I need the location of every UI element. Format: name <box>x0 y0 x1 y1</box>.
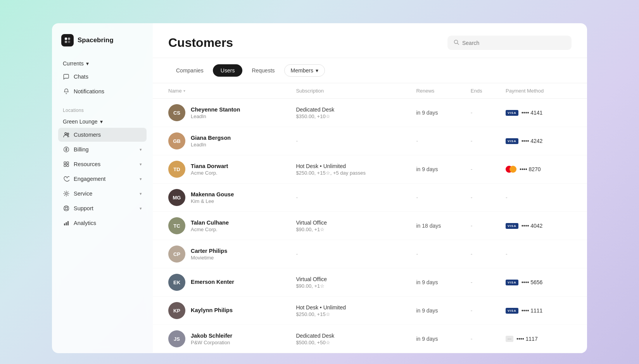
svg-rect-16 <box>67 221 69 225</box>
customer-payment-cell: VISA •••• 5656 <box>499 268 587 297</box>
table-row[interactable]: TD Tiana Dorwart Acme Corp. Hot Desk • U… <box>153 155 587 184</box>
table-row[interactable]: MG Makenna Gouse Kim & Lee - - - - <box>153 184 587 212</box>
customer-payment-cell: - <box>499 184 587 212</box>
table-row[interactable]: CP Carter Philips Movietime - - - - <box>153 240 587 268</box>
sidebar-item-customers[interactable]: Customers <box>58 128 147 142</box>
app-window: Spacebring Currents ▾ Chats <box>52 23 587 353</box>
tab-requests[interactable]: Requests <box>244 64 282 77</box>
customer-payment-cell: VISA •••• 4042 <box>499 212 587 240</box>
currents-chevron-icon: ▾ <box>86 60 89 67</box>
engagement-chevron-icon: ▾ <box>140 177 142 182</box>
col-subscription: Subscription <box>290 83 410 99</box>
table-header-row: Name ▾ Subscription Renews Ends Payment … <box>153 83 587 99</box>
sidebar-item-label: Chats <box>74 74 88 80</box>
table-row[interactable]: EK Emerson Kenter Virtual Office$90.00, … <box>153 268 587 297</box>
search-box[interactable] <box>447 36 572 50</box>
nav-section-label: Locations <box>58 101 147 115</box>
table-row[interactable]: CS Cheyenne Stanton LeadIn Dedicated Des… <box>153 99 587 127</box>
table-row[interactable]: TC Talan Culhane Acme Corp. Virtual Offi… <box>153 212 587 240</box>
main-header: Customers <box>153 23 587 58</box>
customer-subscription-cell: - <box>290 240 410 268</box>
analytics-icon <box>63 220 70 227</box>
currents-label: Currents <box>63 60 84 67</box>
table-row[interactable]: KP Kaylynn Philips Hot Desk • Unlimited$… <box>153 297 587 325</box>
tab-members[interactable]: Members ▾ <box>284 64 325 77</box>
customer-name-cell: MG Makenna Gouse Kim & Lee <box>153 184 290 212</box>
members-chevron-icon: ▾ <box>316 67 318 74</box>
sidebar-item-label: Notifications <box>74 88 104 94</box>
customer-subscription-cell: - <box>290 127 410 155</box>
sidebar-item-analytics[interactable]: Analytics <box>58 216 147 230</box>
customer-name-cell: CP Carter Philips Movietime <box>153 240 290 268</box>
sidebar-item-label: Billing <box>74 146 89 153</box>
sidebar-item-service[interactable]: Service ▾ <box>58 187 147 201</box>
customer-renews-cell: in 9 days <box>410 297 464 325</box>
customer-subscription-cell: - <box>290 184 410 212</box>
customer-name-cell: KP Kaylynn Philips <box>153 297 290 325</box>
customer-subscription-cell: Dedicated Desk$350.00, +10☆ <box>290 99 410 127</box>
customer-subscription-cell: Dedicated Desk$500.00, +50☆ <box>290 325 410 353</box>
app-name: Spacebring <box>78 36 114 44</box>
svg-rect-7 <box>64 162 66 164</box>
billing-chevron-icon: ▾ <box>140 147 142 152</box>
sidebar-item-resources[interactable]: Resources ▾ <box>58 157 147 171</box>
tabs-bar: Companies Users Requests Members ▾ <box>153 58 587 83</box>
search-icon <box>454 39 459 46</box>
table-row[interactable]: JS Jakob Schleifer P&W Corporation Dedic… <box>153 325 587 353</box>
customer-name-cell: GB Giana Bergson LeadIn <box>153 127 290 155</box>
col-ends: Ends <box>465 83 499 99</box>
sidebar-location-item[interactable]: Green Lounge ▾ <box>58 115 147 128</box>
customers-table: Name ▾ Subscription Renews Ends Payment … <box>153 83 587 353</box>
customer-payment-cell: VISA •••• 4141 <box>499 99 587 127</box>
search-input[interactable] <box>462 40 565 46</box>
svg-rect-3 <box>68 41 70 43</box>
logo-area: Spacebring <box>58 34 147 46</box>
service-chevron-icon: ▾ <box>140 191 142 196</box>
customer-payment-cell: •••• 8270 <box>499 155 587 184</box>
customer-renews-cell: in 9 days <box>410 325 464 353</box>
col-renews: Renews <box>410 83 464 99</box>
chats-icon <box>63 73 70 80</box>
support-icon <box>63 205 70 212</box>
customer-payment-cell: VISA •••• 4242 <box>499 127 587 155</box>
sidebar-item-label: Resources <box>74 161 100 167</box>
customer-name-cell: EK Emerson Kenter <box>153 268 290 297</box>
customer-ends-cell: - <box>465 297 499 325</box>
customer-ends-cell: - <box>465 99 499 127</box>
svg-rect-15 <box>66 222 67 225</box>
nav-currents-section: Currents ▾ Chats Notification <box>58 57 147 98</box>
sidebar: Spacebring Currents ▾ Chats <box>52 23 153 353</box>
svg-point-11 <box>66 193 67 195</box>
customer-ends-cell: - <box>465 155 499 184</box>
location-chevron-icon: ▾ <box>100 118 103 125</box>
customer-renews-cell: - <box>410 184 464 212</box>
sidebar-item-chats[interactable]: Chats <box>58 70 147 84</box>
customer-subscription-cell: Virtual Office$90.00, +1☆ <box>290 212 410 240</box>
svg-point-4 <box>65 132 67 134</box>
tab-companies[interactable]: Companies <box>168 64 211 77</box>
customer-ends-cell: - <box>465 268 499 297</box>
table-row[interactable]: GB Giana Bergson LeadIn - - - VISA •••• … <box>153 127 587 155</box>
svg-rect-9 <box>64 165 66 167</box>
tab-users[interactable]: Users <box>213 64 243 77</box>
col-name: Name ▾ <box>153 83 290 99</box>
customer-renews-cell: - <box>410 240 464 268</box>
sidebar-item-label: Analytics <box>74 220 96 226</box>
nav-currents-item[interactable]: Currents ▾ <box>58 57 147 70</box>
resources-icon <box>63 161 70 168</box>
sidebar-item-notifications[interactable]: Notifications <box>58 84 147 98</box>
sidebar-item-support[interactable]: Support ▾ <box>58 201 147 215</box>
customer-payment-cell: ···· •••• 1117 <box>499 325 587 353</box>
customer-ends-cell: - <box>465 212 499 240</box>
customer-name-cell: JS Jakob Schleifer P&W Corporation <box>153 325 290 353</box>
customer-renews-cell: in 9 days <box>410 268 464 297</box>
customer-ends-cell: - <box>465 127 499 155</box>
service-icon <box>63 190 70 197</box>
sidebar-item-engagement[interactable]: Engagement ▾ <box>58 172 147 186</box>
customer-renews-cell: - <box>410 127 464 155</box>
sidebar-item-billing[interactable]: Billing ▾ <box>58 143 147 156</box>
svg-rect-10 <box>67 165 69 167</box>
app-logo-icon <box>61 34 74 46</box>
svg-rect-0 <box>65 38 67 40</box>
customer-subscription-cell: Virtual Office$90.00, +1☆ <box>290 268 410 297</box>
